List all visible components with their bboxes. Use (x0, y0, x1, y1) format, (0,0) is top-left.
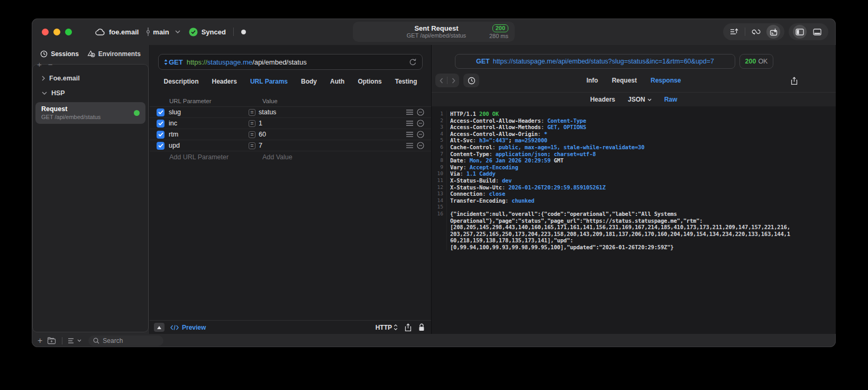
param-row-slug[interactable]: slug=status (150, 107, 431, 118)
drag-handle-icon[interactable] (406, 121, 413, 126)
forward-button[interactable] (447, 74, 459, 87)
param-row-upd[interactable]: upd=7 (150, 140, 431, 151)
code-line: 10Via: 1.1 Caddy (432, 170, 836, 177)
sidebar-toggle-icon[interactable] (793, 25, 807, 39)
param-value[interactable]: 7 (259, 142, 406, 149)
project-menu[interactable]: foe.email (95, 28, 139, 36)
shapes-icon (87, 50, 95, 58)
remove-row-icon[interactable] (417, 108, 424, 116)
checkbox-checked[interactable] (157, 142, 165, 150)
back-button[interactable] (435, 74, 447, 87)
column-value: Value (262, 98, 278, 104)
status-box: 200 OK (739, 54, 773, 69)
session-dot-icon[interactable] (241, 30, 246, 34)
subtab-json[interactable]: JSON (628, 96, 652, 103)
tab-auth[interactable]: Auth (330, 78, 344, 85)
code-line: 9Vary: Accept-Encoding (432, 164, 836, 171)
response-time: 280 ms (489, 33, 508, 40)
tab-environments[interactable]: Environments (87, 50, 141, 58)
sync-status[interactable]: Synced (189, 28, 226, 37)
sort-up-icon[interactable] (727, 25, 741, 39)
code-text: Access-Control-Allow-Headers: Content-Ty… (447, 117, 586, 124)
remove-row-icon[interactable] (417, 131, 424, 138)
export-response-icon[interactable] (791, 77, 798, 85)
tab-options[interactable]: Options (358, 78, 381, 85)
param-row-inc[interactable]: inc=1 (150, 118, 431, 129)
code-line: 60,218,159,138,178,135,173,141],"upd": (432, 237, 836, 244)
tab-response[interactable]: Response (651, 77, 681, 84)
search-icon (93, 338, 99, 344)
drag-handle-icon[interactable] (406, 110, 413, 115)
minimize-button[interactable] (53, 29, 60, 35)
lock-icon[interactable] (418, 323, 425, 331)
add-param-row[interactable]: Add URL Parameter Add Value (150, 151, 431, 163)
tab-sessions[interactable]: Sessions (40, 50, 79, 58)
updown-chevrons-icon (394, 324, 398, 330)
url-input[interactable]: https://statuspage.me/api/embed/status (187, 58, 405, 66)
titlebar-divider (233, 28, 234, 36)
request-list-item-selected[interactable]: Request GET /api/embed/status (35, 102, 145, 124)
loop-icon[interactable] (749, 25, 763, 39)
param-row-rtm[interactable]: rtm=60 (150, 129, 431, 140)
code-line: 1HTTP/1.1 200 OK (432, 111, 836, 117)
tab-headers[interactable]: Headers (212, 78, 237, 85)
sent-url-box[interactable]: GET https://statuspage.me/api/embed/stat… (455, 54, 735, 69)
tab-testing[interactable]: Testing (395, 78, 417, 85)
tab-url-params[interactable]: URL Params (250, 78, 288, 85)
code-text: X-Status-Now-Utc: 2026-01-26T20:29:59.85… (447, 184, 606, 191)
expand-panel-button[interactable] (154, 323, 165, 332)
sort-options-button[interactable] (68, 338, 81, 343)
subtab-headers[interactable]: Headers (590, 96, 615, 103)
import-response-icon[interactable] (766, 25, 780, 39)
drag-handle-icon[interactable] (406, 132, 413, 137)
remove-row-icon[interactable] (417, 142, 424, 149)
refresh-icon[interactable] (409, 58, 417, 66)
param-name[interactable]: inc (169, 120, 249, 127)
line-number: 8 (432, 157, 447, 164)
subtab-raw[interactable]: Raw (664, 96, 678, 103)
close-button[interactable] (42, 29, 49, 35)
param-value[interactable]: 60 (259, 131, 406, 138)
share-icon[interactable] (405, 323, 412, 331)
add-param-name[interactable]: Add URL Parameter (150, 153, 262, 161)
tab-body[interactable]: Body (301, 78, 317, 85)
traffic-lights (42, 29, 72, 35)
param-value[interactable]: status (259, 108, 406, 116)
line-number: 5 (432, 137, 447, 144)
param-name[interactable]: upd (169, 142, 249, 149)
add-param-value[interactable]: Add Value (262, 153, 293, 161)
url-bar[interactable]: GET https://statuspage.me/api/embed/stat… (158, 54, 423, 70)
tab-info[interactable]: Info (587, 77, 598, 84)
param-name[interactable]: slug (169, 108, 249, 116)
checkbox-checked[interactable] (157, 131, 165, 139)
new-folder-icon[interactable] (47, 337, 56, 344)
search-input[interactable]: Search (88, 335, 163, 346)
tab-description[interactable]: Description (164, 78, 199, 85)
tab-request[interactable]: Request (612, 77, 637, 84)
line-number: 11 (432, 177, 447, 184)
remove-row-icon[interactable] (417, 120, 424, 127)
zoom-button[interactable] (65, 29, 72, 35)
checkbox-checked[interactable] (157, 108, 165, 116)
preview-button[interactable]: Preview (170, 324, 206, 331)
add-request-button[interactable]: + (38, 336, 42, 346)
tree-item-foe-email[interactable]: Foe.email (33, 71, 148, 86)
branch-selector[interactable]: main (146, 28, 180, 36)
bottom-panel-toggle-icon[interactable] (810, 25, 824, 39)
protocol-selector[interactable]: HTTP (376, 324, 398, 331)
project-name: foe.email (109, 28, 139, 36)
add-session-button[interactable]: + (37, 60, 42, 69)
remove-session-button[interactable]: − (48, 60, 53, 69)
check-circle-icon (189, 28, 198, 37)
param-name[interactable]: rtm (169, 131, 249, 138)
line-number (432, 237, 447, 244)
tree-item-hsp[interactable]: HSP (33, 86, 148, 101)
history-clock-button[interactable] (463, 74, 479, 87)
code-line: 203,257,225,165,250,173,204,223,158,208,… (432, 231, 836, 238)
code-line: 11X-Status-Build: dev (432, 177, 836, 184)
drag-handle-icon[interactable] (406, 143, 413, 148)
param-value[interactable]: 1 (259, 120, 406, 127)
method-selector[interactable]: GET (164, 58, 183, 66)
sent-request-pill[interactable]: Sent Request GET /api/embed/status 200 2… (353, 22, 515, 42)
checkbox-checked[interactable] (157, 120, 165, 128)
